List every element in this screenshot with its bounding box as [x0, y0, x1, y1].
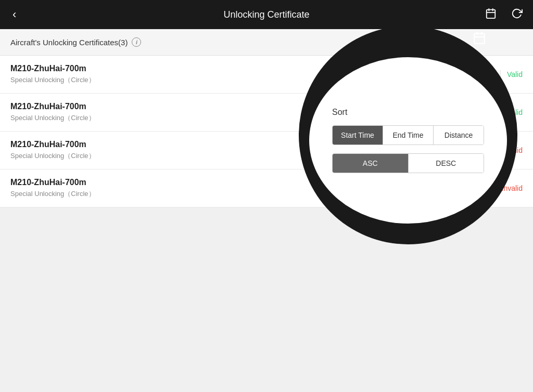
- item-type: Special Unlocking（Circle）: [10, 75, 95, 85]
- sort-asc-button[interactable]: ASC: [333, 154, 409, 173]
- sort-type-buttons: Start Time End Time Distance: [332, 125, 484, 145]
- refresh-icon[interactable]: [509, 6, 525, 24]
- sort-popup-container[interactable]: Sort Start Time End Time Distance ASC DE…: [299, 26, 517, 244]
- popup-arrow: [459, 17, 476, 27]
- sort-label: Sort: [332, 108, 484, 117]
- sort-start-time-button[interactable]: Start Time: [333, 126, 383, 145]
- header: ‹ Unlocking Certificate: [0, 0, 533, 29]
- page-title: Unlocking Certificate: [223, 9, 309, 20]
- svg-rect-0: [487, 9, 496, 18]
- sort-desc-button[interactable]: DESC: [409, 154, 484, 173]
- sort-distance-button[interactable]: Distance: [434, 126, 484, 145]
- item-name: M210-ZhuHai-700m: [10, 64, 95, 73]
- item-type: Special Unlocking（Circle）: [10, 189, 95, 199]
- item-name: M210-ZhuHai-700m: [10, 178, 95, 187]
- subheader-title: Aircraft's Unlocking Certificates(3): [10, 38, 128, 47]
- item-type: Special Unlocking（Circle）: [10, 151, 95, 161]
- item-type: Special Unlocking（Circle）: [10, 113, 95, 123]
- sort-order-buttons: ASC DESC: [332, 153, 484, 173]
- svg-rect-4: [474, 33, 485, 44]
- back-button[interactable]: ‹: [8, 6, 20, 23]
- calendar-icon[interactable]: [483, 6, 499, 24]
- info-icon[interactable]: i: [132, 37, 141, 47]
- header-actions: [483, 6, 525, 24]
- popup-calendar-icon: [473, 31, 486, 48]
- sort-end-time-button[interactable]: End Time: [383, 126, 434, 145]
- item-name: M210-ZhuHai-700m: [10, 102, 95, 111]
- item-name: M210-ZhuHai-700m: [10, 140, 95, 149]
- sort-panel: Sort Start Time End Time Distance ASC DE…: [309, 57, 507, 224]
